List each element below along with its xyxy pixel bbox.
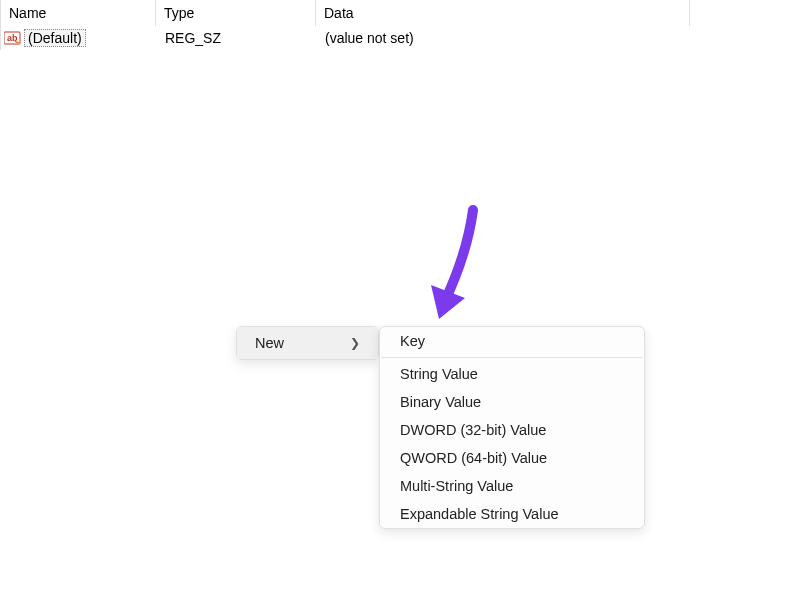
menu-item-string-value[interactable]: String Value: [380, 360, 644, 388]
menu-item-key[interactable]: Key: [380, 327, 644, 355]
menu-item-dword-value-label: DWORD (32-bit) Value: [400, 422, 546, 438]
column-header-end: [690, 0, 790, 26]
context-menu-submenu: Key String Value Binary Value DWORD (32-…: [379, 326, 645, 529]
table-header-row: Name Type Data: [1, 0, 790, 26]
column-header-data[interactable]: Data: [316, 0, 690, 26]
menu-item-binary-value[interactable]: Binary Value: [380, 388, 644, 416]
menu-item-qword-value-label: QWORD (64-bit) Value: [400, 450, 547, 466]
value-name-label: (Default): [24, 29, 86, 47]
menu-item-new[interactable]: New ❯: [237, 327, 378, 359]
menu-item-string-value-label: String Value: [400, 366, 478, 382]
reg-string-icon: ab: [4, 30, 22, 46]
cell-name: ab (Default): [2, 27, 157, 49]
menu-separator: [381, 357, 643, 358]
menu-item-multi-string-value-label: Multi-String Value: [400, 478, 513, 494]
registry-values-table: Name Type Data ab (Default) REG_SZ (valu…: [0, 0, 790, 50]
menu-item-expandable-string-value-label: Expandable String Value: [400, 506, 559, 522]
menu-item-dword-value[interactable]: DWORD (32-bit) Value: [380, 416, 644, 444]
menu-item-multi-string-value[interactable]: Multi-String Value: [380, 472, 644, 500]
menu-item-expandable-string-value[interactable]: Expandable String Value: [380, 500, 644, 528]
menu-item-qword-value[interactable]: QWORD (64-bit) Value: [380, 444, 644, 472]
menu-item-binary-value-label: Binary Value: [400, 394, 481, 410]
annotation-arrow: [425, 205, 495, 338]
column-header-type[interactable]: Type: [156, 0, 316, 26]
cell-data: (value not set): [317, 28, 790, 48]
table-row[interactable]: ab (Default) REG_SZ (value not set): [1, 26, 790, 50]
menu-item-new-label: New: [255, 335, 284, 351]
column-header-name[interactable]: Name: [1, 0, 156, 26]
context-menu-primary: New ❯: [236, 326, 379, 360]
chevron-right-icon: ❯: [350, 336, 360, 350]
menu-item-key-label: Key: [400, 333, 425, 349]
cell-type: REG_SZ: [157, 28, 317, 48]
